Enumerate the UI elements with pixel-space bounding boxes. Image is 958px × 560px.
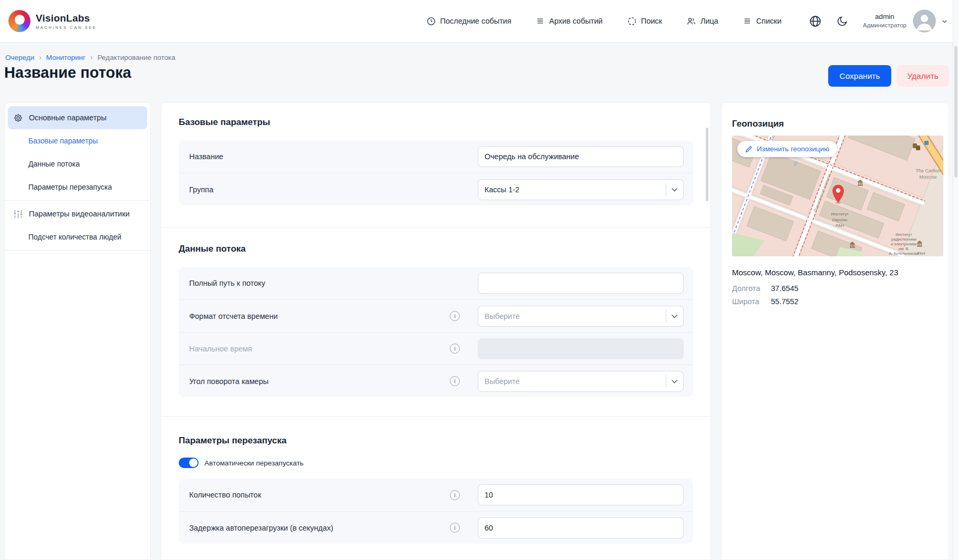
sidebar-divider	[5, 250, 150, 251]
nav-lists[interactable]: Списки	[743, 16, 781, 26]
svg-text:им. В.: им. В.	[899, 246, 910, 251]
browser-scrollbar[interactable]	[953, 0, 958, 560]
breadcrumb-current: Редактирование потока	[97, 54, 175, 61]
info-icon[interactable]	[450, 344, 460, 354]
visionlabs-logo[interactable]: VisionLabs MACHINES CAN SEE	[8, 10, 97, 32]
auto-restart-row: Автоматически перезапускать	[179, 458, 693, 468]
map: Подсосенский переулок Газетный переулок …	[732, 136, 943, 256]
stream-data-rows: Полный путь к потоку Формат отсчета врем…	[179, 267, 693, 397]
stream-settings-card: Базовые параметры Название Группа Кассы …	[161, 102, 711, 560]
user-role: Администратор	[863, 22, 907, 29]
stream-path-input[interactable]	[478, 273, 684, 294]
sidebar-divider	[5, 200, 150, 201]
sidebar-item-video-analytics[interactable]: Параметры видеоаналитики	[8, 202, 147, 225]
breadcrumb: Очереди › Мониторинг › Редактирование по…	[5, 53, 176, 61]
row-restart-delay: Задержка автоперезагрузки (в секундах)	[179, 511, 693, 544]
form-scrollbar-thumb[interactable]	[706, 128, 708, 201]
row-start-time: Начальное время	[179, 332, 693, 365]
section-title-basic-params: Базовые параметры	[179, 117, 693, 128]
geo-longitude-row: Долгота 37.6545	[732, 284, 938, 293]
svg-text:А. Котельникова: А. Котельникова	[889, 251, 919, 256]
dark-mode-moon-icon[interactable]	[836, 15, 848, 27]
breadcrumb-separator: ›	[90, 53, 93, 61]
avatar[interactable]	[913, 9, 936, 33]
user-menu-chevron-down-icon[interactable]	[941, 17, 949, 25]
attempts-count-input[interactable]	[478, 484, 684, 505]
camera-rotation-select[interactable]: Выберите	[478, 371, 684, 392]
visionlabs-logo-icon	[8, 10, 30, 32]
user-info: admin Администратор	[863, 13, 907, 29]
sidebar-item-stream-data[interactable]: Данные потока	[8, 152, 147, 175]
sliders-icon	[13, 209, 23, 219]
row-stream-path: Полный путь к потоку	[179, 267, 693, 299]
svg-text:Moscow: Moscow	[919, 174, 937, 180]
svg-text:РАН: РАН	[918, 251, 925, 256]
svg-text:и электроники: и электроники	[891, 242, 916, 246]
section-divider	[161, 416, 710, 417]
group-select[interactable]: Кассы 1-2	[478, 179, 684, 200]
brand-name: VisionLabs	[36, 13, 97, 24]
geoposition-card: Геопозиция	[721, 102, 949, 560]
nav-search[interactable]: Поиск	[627, 16, 662, 26]
info-icon[interactable]	[450, 311, 460, 321]
restart-delay-input[interactable]	[478, 517, 684, 538]
name-input[interactable]	[478, 146, 684, 167]
breadcrumb-queues[interactable]: Очереди	[5, 54, 34, 61]
breadcrumb-monitoring[interactable]: Мониторинг	[46, 54, 86, 61]
chevron-down-icon	[671, 188, 678, 192]
gear-icon	[13, 113, 23, 123]
settings-sidebar: Основные параметры Базовые параметры Дан…	[4, 102, 151, 560]
svg-text:Европы: Европы	[832, 217, 848, 222]
time-format-select[interactable]: Выберите	[478, 306, 684, 327]
geoposition-title: Геопозиция	[732, 119, 938, 129]
svg-text:радиотехники: радиотехники	[891, 237, 916, 242]
user-name: admin	[863, 13, 907, 22]
basic-params-rows: Название Группа Кассы 1-2	[179, 140, 693, 205]
sidebar-item-restart-params[interactable]: Параметры перезапуска	[8, 175, 147, 199]
nav-events-archive[interactable]: Архив событий	[535, 16, 603, 26]
start-time-input-disabled	[478, 338, 684, 359]
sidebar-item-main-params[interactable]: Основные параметры	[8, 106, 147, 129]
sidebar-item-basic-params[interactable]: Базовые параметры	[8, 129, 147, 152]
section-divider	[161, 227, 710, 228]
auto-restart-toggle-on[interactable]	[179, 458, 199, 468]
browser-scrollbar-thumb[interactable]	[954, 46, 957, 178]
section-title-stream-data: Данные потока	[179, 244, 693, 254]
edit-geoposition-button[interactable]: Изменить геопозицию	[737, 141, 837, 157]
geo-latitude-row: Широта 55.7552	[732, 297, 938, 306]
top-nav: Последние события Архив событий Поиск Ли…	[426, 16, 781, 26]
svg-text:The Carlton: The Carlton	[915, 168, 940, 173]
app-header: VisionLabs MACHINES CAN SEE Последние со…	[0, 0, 958, 43]
language-globe-icon[interactable]	[809, 15, 822, 28]
svg-text:Институт: Институт	[831, 212, 849, 216]
info-icon[interactable]	[450, 376, 460, 386]
chevron-down-icon	[671, 314, 678, 318]
save-button[interactable]: Сохранить	[828, 65, 891, 87]
brand-tagline: MACHINES CAN SEE	[36, 25, 97, 30]
row-camera-rotation: Угол поворота камеры Выберите	[179, 365, 693, 397]
svg-text:Институт: Институт	[895, 232, 912, 237]
scan-circle-icon	[627, 16, 637, 26]
map-parking-icon: P	[794, 161, 798, 167]
list-icon	[743, 16, 752, 26]
delete-button[interactable]: Удалить	[897, 65, 949, 87]
clock-icon	[426, 16, 436, 26]
map-poi-icon	[924, 141, 929, 145]
restart-params-rows: Количество попыток Задержка автоперезагр…	[179, 479, 693, 544]
list-icon	[535, 16, 545, 26]
row-name: Название	[179, 140, 693, 173]
chevron-down-icon	[671, 379, 678, 383]
breadcrumb-separator: ›	[39, 53, 42, 61]
info-icon[interactable]	[450, 490, 460, 500]
nav-latest-events[interactable]: Последние события	[426, 16, 511, 26]
people-icon	[686, 16, 696, 26]
geo-address: Moscow, Moscow, Basmanny, Podsosensky, 2…	[732, 268, 938, 277]
info-icon[interactable]	[450, 523, 460, 533]
row-group: Группа Кассы 1-2	[179, 173, 693, 205]
sidebar-item-people-count[interactable]: Подсчет количества людей	[8, 225, 147, 248]
row-attempts-count: Количество попыток	[179, 479, 693, 511]
section-title-restart-params: Параметры перезапуска	[179, 435, 693, 446]
pencil-icon	[745, 146, 753, 153]
nav-faces[interactable]: Лица	[686, 16, 718, 26]
page-title: Название потока	[4, 64, 131, 81]
